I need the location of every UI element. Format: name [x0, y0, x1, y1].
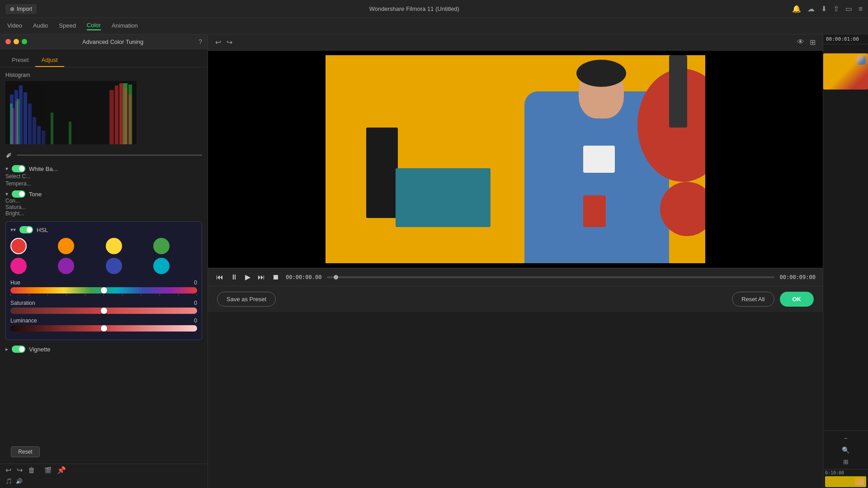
tab-audio[interactable]: Audio: [33, 22, 48, 30]
tab-color[interactable]: Color: [87, 22, 101, 30]
menu-icon[interactable]: ≡: [859, 5, 863, 13]
progress-handle[interactable]: [334, 275, 338, 280]
white-balance-toggle[interactable]: [12, 165, 25, 172]
sub-tabs: Preset Adjust: [0, 49, 208, 67]
vignette-chevron[interactable]: ▸: [5, 346, 8, 352]
reset-all-button[interactable]: Reset All: [732, 292, 774, 307]
tick: [160, 294, 160, 296]
svg-rect-4: [28, 104, 32, 144]
play-button[interactable]: ▶: [244, 272, 251, 282]
bottom-right-buttons: Reset All OK: [732, 292, 814, 307]
traffic-light-maximize[interactable]: [22, 39, 27, 44]
progress-bar[interactable]: [327, 276, 774, 278]
luminance-label-row: Luminance 0: [10, 317, 197, 324]
tick: [104, 294, 104, 296]
step-forward-button[interactable]: ⏭: [257, 272, 266, 282]
redo-icon[interactable]: ↪: [17, 466, 23, 474]
window-icon[interactable]: ▭: [845, 5, 852, 13]
traffic-light-close[interactable]: [5, 39, 11, 44]
swatch-green[interactable]: [153, 238, 170, 254]
cloud-icon[interactable]: ☁: [807, 5, 815, 13]
tone-row: ▾ Tone: [5, 190, 202, 198]
timeline-track-right: [825, 476, 866, 487]
luminance-thumb[interactable]: [101, 325, 107, 332]
white-balance-chevron[interactable]: ▾: [5, 166, 8, 172]
saturation-thumb[interactable]: [101, 308, 107, 314]
vignette-toggle[interactable]: [12, 346, 25, 353]
tone-chevron[interactable]: ▾: [5, 191, 8, 197]
import-button[interactable]: ⊕ Import: [5, 4, 37, 14]
redo-toolbar-icon[interactable]: ↪: [226, 38, 232, 47]
save-preset-button[interactable]: Save as Preset: [217, 292, 276, 307]
ok-button[interactable]: OK: [780, 292, 814, 307]
share-icon[interactable]: ⇧: [833, 5, 839, 13]
swatch-orange[interactable]: [58, 238, 74, 254]
rewind-button[interactable]: ⏮: [215, 272, 224, 282]
act-toolbar: ↩ ↪ 👁 ⊞: [208, 34, 823, 51]
dialog-title: Advanced Color Tuning: [31, 38, 195, 45]
swatch-red[interactable]: [10, 238, 27, 254]
traffic-light-minimize[interactable]: [14, 39, 19, 44]
luminance-value: 0: [194, 317, 197, 324]
hue-thumb[interactable]: [101, 287, 107, 294]
download-icon[interactable]: ⬇: [821, 5, 827, 13]
tab-adjust[interactable]: Adjust: [35, 54, 64, 67]
scene-icon[interactable]: 🎬: [44, 467, 52, 474]
tab-preset[interactable]: Preset: [5, 54, 35, 67]
pin-icon[interactable]: 📌: [57, 466, 66, 474]
import-icon: ⊕: [10, 6, 14, 12]
hsl-toggle[interactable]: [19, 226, 33, 233]
tab-video[interactable]: Video: [7, 22, 22, 30]
delete-icon[interactable]: 🗑: [28, 466, 35, 474]
panel-bottom-icons: ↩ ↪ 🗑 🎬 📌: [0, 464, 208, 476]
undo-toolbar-icon[interactable]: ↩: [215, 38, 221, 47]
hue-slider[interactable]: [10, 287, 197, 294]
question-icon[interactable]: ?: [198, 38, 202, 45]
thumbnail-face: [857, 56, 866, 65]
tab-animation[interactable]: Animation: [112, 22, 138, 30]
reset-button[interactable]: Reset: [11, 446, 40, 457]
saturation-slider[interactable]: [10, 308, 197, 314]
zoom-minus-icon[interactable]: −: [844, 435, 847, 442]
eyedropper-icon[interactable]: ✒: [3, 149, 16, 162]
swatch-pink[interactable]: [10, 258, 27, 274]
luminance-slider[interactable]: [10, 325, 197, 332]
svg-rect-19: [124, 88, 127, 144]
swatch-blue[interactable]: [106, 258, 122, 274]
toolbar-left-icons: ↩ ↪: [215, 38, 232, 47]
svg-rect-2: [19, 85, 23, 144]
tick: [85, 294, 85, 296]
grid-icon[interactable]: ⊞: [843, 458, 849, 465]
video-preview: [208, 51, 823, 268]
tab-speed[interactable]: Speed: [59, 22, 76, 30]
svg-rect-18: [119, 83, 123, 144]
compare-icon[interactable]: ⊞: [810, 38, 816, 47]
swatch-purple[interactable]: [58, 258, 74, 274]
luminance-slider-row: Luminance 0: [10, 317, 197, 332]
zoom-in-icon[interactable]: 🔍: [842, 446, 849, 454]
saturation-slider-row: Saturation 0: [10, 300, 197, 314]
hsl-chevron[interactable]: ▾: [10, 227, 16, 233]
tick: [47, 294, 48, 296]
stop-button[interactable]: ⏹: [271, 272, 280, 282]
right-strip: 00:00:01:00 − 🔍 ⊞ 0:10:00: [823, 34, 868, 488]
swatch-cyan[interactable]: [153, 258, 170, 274]
undo-icon[interactable]: ↩: [5, 466, 11, 474]
dialog-header: Advanced Color Tuning ?: [0, 34, 208, 49]
svg-rect-22: [15, 101, 18, 144]
eye-icon[interactable]: 👁: [797, 38, 804, 47]
hue-label: Hue: [10, 280, 20, 286]
tick: [122, 294, 123, 296]
white-balance-row: ▾ White Ba...: [5, 165, 202, 172]
tick: [178, 294, 179, 296]
svg-rect-13: [69, 122, 71, 144]
tick: [66, 294, 67, 296]
luminance-label: Luminance: [10, 317, 37, 324]
notification-icon[interactable]: 🔔: [792, 5, 801, 13]
step-back-button[interactable]: ⏸: [230, 272, 239, 282]
swatch-yellow[interactable]: [106, 238, 122, 254]
svg-rect-12: [51, 113, 53, 144]
histogram-canvas: [5, 81, 137, 144]
tone-toggle[interactable]: [12, 190, 25, 198]
top-bar: ⊕ Import Wondershare Filmora 11 (Untitle…: [0, 0, 868, 18]
